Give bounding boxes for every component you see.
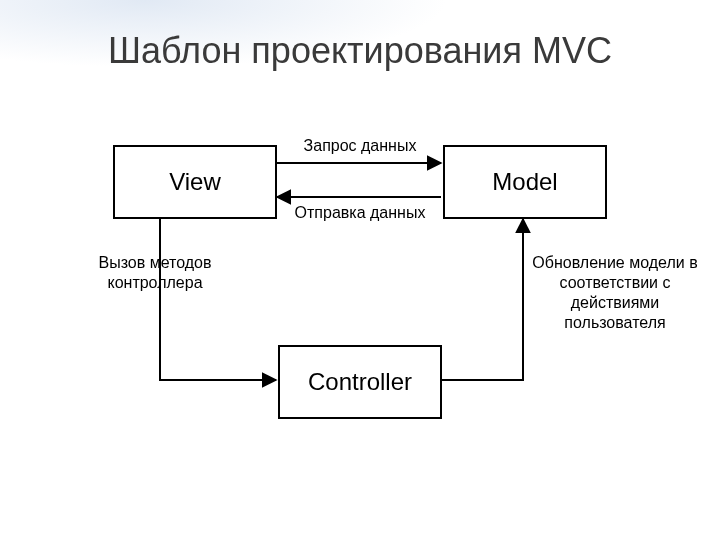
- edge-label-view-to-controller: Вызов методов контроллера: [80, 253, 230, 293]
- node-model: Model: [443, 145, 607, 219]
- node-model-label: Model: [492, 168, 557, 196]
- edge-label-controller-to-model: Обновление модели в соответствии с дейст…: [530, 253, 700, 333]
- node-controller: Controller: [278, 345, 442, 419]
- node-controller-label: Controller: [308, 368, 412, 396]
- node-view: View: [113, 145, 277, 219]
- node-view-label: View: [169, 168, 221, 196]
- slide: Шаблон проектирования MVC View Model Con…: [0, 0, 720, 540]
- edge-label-view-to-model: Запрос данных: [275, 136, 445, 156]
- page-title: Шаблон проектирования MVC: [0, 30, 720, 72]
- arrow-controller-to-model: [440, 219, 523, 380]
- edge-label-model-to-view: Отправка данных: [275, 203, 445, 223]
- arrow-view-to-controller: [160, 217, 276, 380]
